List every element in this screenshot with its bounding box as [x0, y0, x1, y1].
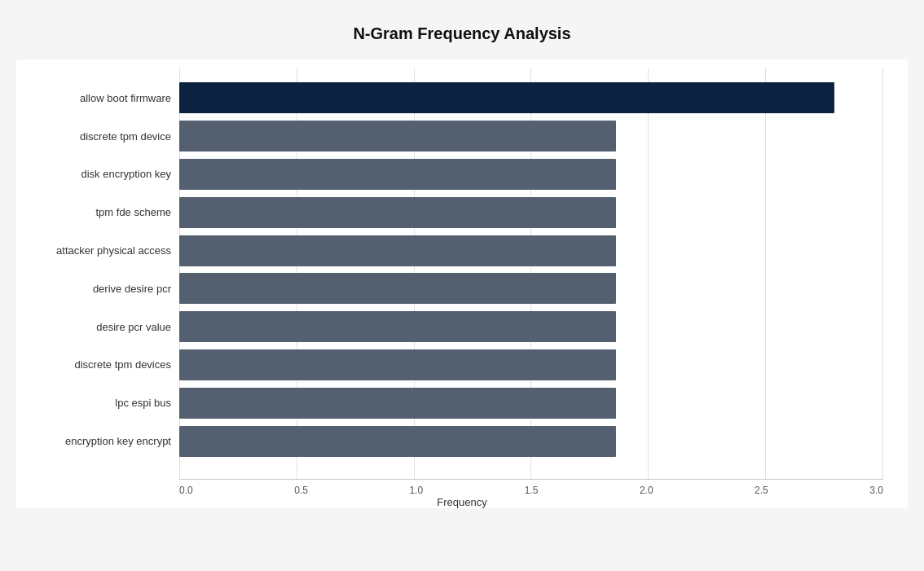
bar-row: lpc espi bus	[179, 384, 834, 421]
x-tick: 3.0	[869, 485, 883, 496]
bar-label: disk encryption key	[12, 168, 171, 180]
chart-title: N-Gram Frequency Analysis	[16, 16, 908, 43]
bar-row: attacker physical access	[179, 232, 834, 269]
bar	[179, 388, 616, 419]
bar-row: derive desire pcr	[179, 270, 834, 307]
bar-label: attacker physical access	[12, 244, 171, 257]
bar-row: tpm fde scheme	[179, 194, 834, 231]
bar-row: discrete tpm device	[179, 118, 834, 155]
bar	[179, 159, 616, 190]
bar-label: desire pcr value	[12, 321, 171, 333]
bar-label: lpc espi bus	[12, 397, 171, 409]
bar	[179, 311, 616, 342]
x-ticks: 0.00.51.01.52.02.53.0	[179, 485, 883, 496]
x-axis	[179, 479, 883, 480]
bar-row: desire pcr value	[179, 309, 834, 345]
bar	[179, 235, 616, 266]
bar	[179, 273, 616, 304]
bars-section: allow boot firmwarediscrete tpm devicedi…	[16, 72, 859, 459]
x-tick: 0.5	[294, 485, 308, 496]
bar-label: discrete tpm device	[12, 130, 171, 143]
bar-label: encryption key encrypt	[12, 435, 171, 447]
bar	[179, 426, 616, 457]
bar-row: disk encryption key	[179, 156, 834, 193]
bar	[179, 82, 834, 113]
bar-label: derive desire pcr	[12, 283, 171, 295]
bar	[179, 197, 616, 228]
bar	[179, 349, 616, 380]
chart-container: N-Gram Frequency Analysis allow boot fir…	[0, 0, 924, 571]
bar-label: allow boot firmware	[12, 92, 171, 104]
bar-label: discrete tpm devices	[12, 358, 171, 371]
bar-label: tpm fde scheme	[12, 206, 171, 218]
x-tick: 2.5	[755, 485, 768, 496]
bar-row: encryption key encrypt	[179, 423, 834, 459]
x-axis-label: Frequency	[16, 496, 908, 508]
bar	[179, 121, 616, 152]
bar-row: discrete tpm devices	[179, 347, 834, 384]
x-tick: 1.5	[525, 485, 539, 496]
x-tick: 2.0	[640, 485, 653, 496]
grid-line-6	[882, 68, 883, 480]
x-tick: 1.0	[409, 485, 423, 496]
bar-row: allow boot firmware	[179, 80, 834, 116]
chart-area: allow boot firmwarediscrete tpm devicedi…	[16, 59, 908, 508]
x-tick: 0.0	[179, 485, 193, 496]
